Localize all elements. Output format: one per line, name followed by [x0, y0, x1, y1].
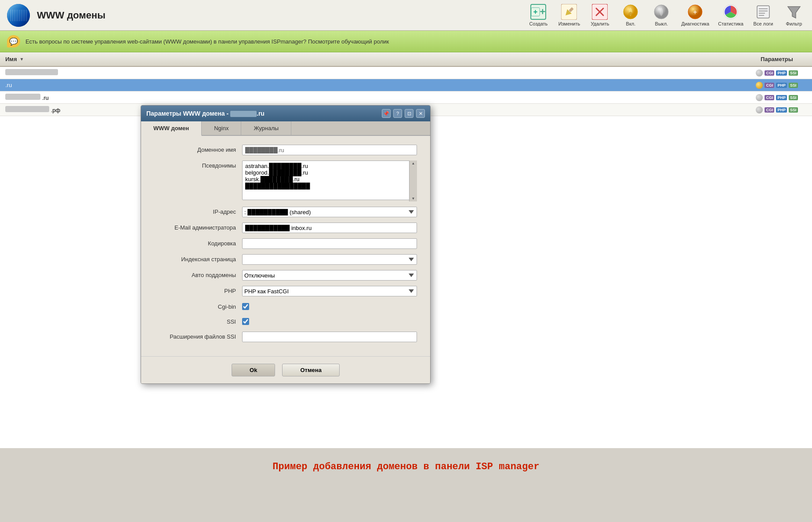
diagnostics-button[interactable]: + Диагностика	[681, 4, 709, 26]
close-button[interactable]: ✕	[416, 109, 425, 118]
filter-button[interactable]: Фильтр	[783, 4, 805, 26]
index-field	[242, 254, 417, 265]
dialog-tabs: WWW домен Nginx Журналы	[141, 121, 430, 136]
textarea-scrollbar[interactable]: ▲ ▼	[409, 161, 417, 201]
badge-php: PHP	[776, 83, 787, 88]
domain-name-cell	[0, 67, 742, 78]
logs-button[interactable]: Все логи	[752, 4, 774, 26]
col-params-header: Параметры	[742, 52, 812, 66]
dialog-controls: 📌 ? ⊡ ✕	[382, 109, 425, 118]
create-icon	[530, 4, 546, 20]
domain-tld: .рф	[51, 107, 61, 113]
svg-point-9	[629, 12, 632, 15]
dialog-title: Параметры WWW домена - .ru	[146, 110, 265, 117]
encoding-row: Кодировка	[154, 238, 417, 249]
domain-name-text: .ru	[5, 82, 12, 88]
encoding-input[interactable]	[242, 238, 417, 249]
ssi-checkbox[interactable]	[242, 318, 249, 325]
statistics-button[interactable]: Статистика	[718, 4, 743, 26]
domain-params-cell: CGI PHP SSI	[742, 80, 812, 91]
header: WWW домены Создать Изменить Удалить Вкл.	[0, 0, 812, 31]
status-dot	[756, 106, 763, 113]
ssi-ext-field	[242, 332, 417, 342]
off-button[interactable]: Выкл.	[650, 4, 672, 26]
index-select[interactable]	[242, 254, 417, 265]
ip-select[interactable]: : ██████████ (shared)	[242, 207, 417, 217]
delete-button[interactable]: Удалить	[589, 4, 611, 26]
domain-name-field: document.currentScript.previousElementSi…	[242, 145, 417, 155]
domain-name-input[interactable]	[242, 145, 417, 155]
domain-name-label: Доменное имя	[154, 145, 242, 153]
email-input[interactable]	[242, 223, 417, 233]
logs-icon	[755, 4, 771, 20]
domain-name-blurred	[5, 69, 58, 75]
logs-label: Все логи	[754, 21, 773, 26]
badge-ssi: SSI	[789, 83, 798, 88]
ok-button[interactable]: Ok	[232, 364, 275, 376]
php-select[interactable]: PHP как FastCGI PHP как CGI Модуль Apach…	[242, 286, 417, 296]
cancel-button[interactable]: Отмена	[282, 364, 339, 376]
email-row: E-Mail администратора	[154, 223, 417, 233]
domain-name-cell: .ru	[0, 92, 742, 103]
badge-ssi: SSI	[789, 95, 798, 100]
edit-button[interactable]: Изменить	[558, 4, 580, 26]
delete-icon	[592, 4, 608, 20]
help-button[interactable]: ?	[393, 109, 402, 118]
table-header: Имя ▼ Параметры	[0, 52, 812, 67]
edit-icon	[561, 4, 577, 20]
table-row[interactable]: .ru CGI PHP SSI	[0, 79, 812, 91]
cgibin-checkbox[interactable]	[242, 303, 249, 310]
status-dot	[756, 69, 763, 77]
off-icon	[653, 4, 669, 20]
svg-rect-2	[535, 10, 536, 14]
email-label: E-Mail администратора	[154, 223, 242, 231]
page-title: WWW домены	[37, 10, 527, 21]
aliases-textarea[interactable]: astrahan.████████.ru belgorod.████████.r…	[242, 161, 417, 200]
php-field: PHP как FastCGI PHP как CGI Модуль Apach…	[242, 286, 417, 296]
ssi-ext-row: Расширения файлов SSI	[154, 332, 417, 342]
sort-arrow-icon[interactable]: ▼	[20, 57, 24, 62]
col-name-header: Имя ▼	[0, 52, 742, 66]
aliases-label: Псевдонимы	[154, 161, 242, 169]
subdomains-field: Отключены Включены	[242, 270, 417, 281]
off-label: Выкл.	[655, 21, 668, 26]
aliases-field: astrahan.████████.ru belgorod.████████.r…	[242, 161, 417, 201]
domain-params-cell: CGI PHP SSI	[742, 68, 812, 78]
table-row[interactable]: .ru CGI PHP SSI	[0, 91, 812, 104]
aliases-row: Псевдонимы astrahan.████████.ru belgorod…	[154, 161, 417, 201]
delete-label: Удалить	[591, 21, 609, 26]
tab-logs[interactable]: Журналы	[241, 121, 291, 135]
cgibin-label: Cgi-bin	[154, 302, 242, 310]
dialog: Параметры WWW домена - .ru 📌 ? ⊡ ✕ WWW д…	[141, 105, 431, 384]
domain-name-blurred	[5, 94, 40, 100]
badge-ssi: SSI	[789, 107, 798, 113]
badge-php: PHP	[776, 95, 787, 100]
badge-php: PHP	[776, 70, 787, 76]
badge-php: PHP	[776, 107, 787, 113]
info-icon: 💬	[7, 35, 20, 47]
diagnostics-icon: +	[687, 4, 703, 20]
pin-button[interactable]: 📌	[382, 109, 391, 118]
statistics-icon	[723, 4, 739, 20]
svg-marker-19	[788, 7, 800, 18]
status-dot	[756, 82, 763, 89]
filter-icon	[786, 4, 802, 20]
domain-name-row: Доменное имя document.currentScript.prev…	[154, 145, 417, 155]
scroll-up-icon[interactable]: ▲	[412, 161, 415, 165]
on-icon	[623, 4, 638, 20]
on-button[interactable]: Вкл.	[620, 4, 642, 26]
encoding-field	[242, 238, 417, 249]
subdomains-select[interactable]: Отключены Включены	[242, 270, 417, 281]
tab-nginx[interactable]: Nginx	[202, 121, 241, 135]
ssi-ext-input[interactable]	[242, 332, 417, 342]
diagnostics-label: Диагностика	[681, 21, 709, 26]
scroll-down-icon[interactable]: ▼	[412, 197, 415, 201]
domain-params-cell: CGI PHP SSI	[742, 105, 812, 115]
tab-www-domain[interactable]: WWW домен	[141, 121, 202, 136]
create-button[interactable]: Создать	[527, 4, 549, 26]
ip-field: : ██████████ (shared)	[242, 207, 417, 217]
maximize-button[interactable]: ⊡	[405, 109, 413, 118]
table-row[interactable]: CGI PHP SSI	[0, 67, 812, 79]
domain-params-cell: CGI PHP SSI	[742, 92, 812, 103]
badge-cgi: CGI	[765, 107, 774, 113]
